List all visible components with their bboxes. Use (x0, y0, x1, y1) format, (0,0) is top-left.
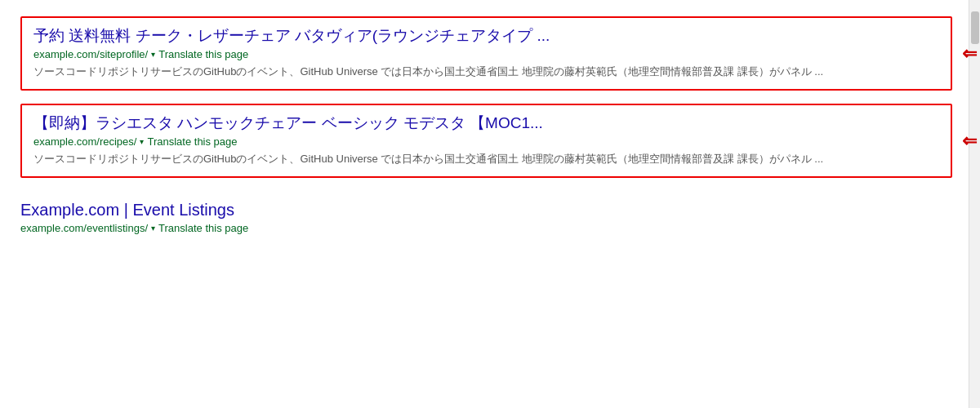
result-title-3[interactable]: Example.com | Event Listings (20, 199, 941, 220)
arrow-indicator-2: ⇐ (962, 131, 977, 152)
result-snippet-1: ソースコードリポジトリサービスのGitHubのイベント、GitHub Unive… (33, 64, 939, 80)
result-card-3: Example.com | Event Listings example.com… (20, 191, 952, 244)
scrollbar-thumb[interactable] (971, 11, 979, 44)
result-card-1: 予約 送料無料 チーク・レザーチェア バタヴィア(ラウンジチェアタイプ ... … (20, 16, 952, 91)
result-snippet-2: ソースコードリポジトリサービスのGitHubのイベント、GitHub Unive… (33, 151, 939, 167)
bullet-3: ▾ (151, 224, 155, 233)
result-title-1[interactable]: 予約 送料無料 チーク・レザーチェア バタヴィア(ラウンジチェアタイプ ... (33, 26, 939, 47)
result-url-row-3: example.com/eventlistings/ ▾ Translate t… (20, 222, 941, 234)
result-url-row-2: example.com/recipes/ ▾ Translate this pa… (33, 135, 939, 148)
result-url-1[interactable]: example.com/siteprofile/ (33, 48, 148, 60)
search-results-container: 予約 送料無料 チーク・レザーチェア バタヴィア(ラウンジチェアタイプ ... … (0, 0, 969, 408)
translate-link-3[interactable]: Translate this page (158, 222, 248, 234)
translate-link-2[interactable]: Translate this page (147, 135, 237, 148)
result-url-2[interactable]: example.com/recipes/ (33, 135, 136, 148)
result-url-3[interactable]: example.com/eventlistings/ (20, 222, 148, 234)
bullet-2: ▾ (140, 137, 144, 146)
arrow-indicator-1: ⇐ (962, 43, 977, 64)
translate-link-1[interactable]: Translate this page (158, 48, 248, 60)
bullet-1: ▾ (151, 50, 155, 59)
result-card-2: 【即納】ラシエスタ ハンモックチェアー ベーシック モデスタ 【MOC1... … (20, 104, 952, 178)
result-title-2[interactable]: 【即納】ラシエスタ ハンモックチェアー ベーシック モデスタ 【MOC1... (33, 113, 939, 134)
result-url-row-1: example.com/siteprofile/ ▾ Translate thi… (33, 48, 939, 60)
